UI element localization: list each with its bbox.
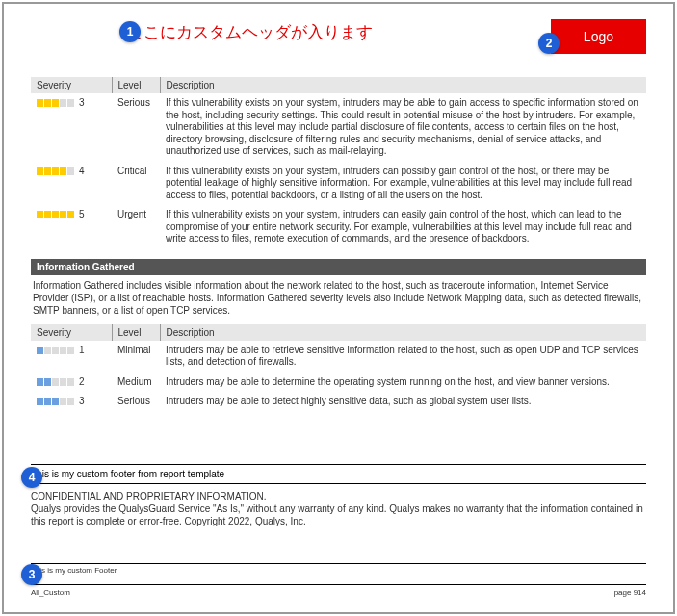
- severity-cell: 1: [31, 341, 112, 372]
- custom-footer-template: This is my custom footer from report tem…: [31, 464, 646, 484]
- severity-cell: 5: [31, 205, 112, 249]
- level-cell: Urgent: [112, 205, 160, 249]
- col-description: Description: [160, 77, 646, 93]
- footer-left: All_Custom: [31, 588, 70, 597]
- col-severity: Severity: [31, 324, 112, 341]
- table-row: 1MinimalIntruders may be able to retriev…: [31, 341, 646, 372]
- confidential-title: CONFIDENTIAL AND PROPRIETARY INFORMATION…: [31, 490, 646, 502]
- level-cell: Critical: [112, 162, 160, 206]
- severity-number: 5: [79, 209, 85, 219]
- severity-table-vuln: Severity Level Description 3SeriousIf th…: [31, 77, 646, 249]
- custom-footer-small: This is my custom Footer: [31, 563, 646, 575]
- severity-number: 4: [79, 166, 85, 176]
- severity-cell: 2: [31, 372, 112, 393]
- description-cell: Intruders may be able to detect highly s…: [160, 392, 646, 412]
- severity-cell: 3: [31, 392, 112, 412]
- footer-right: page 914: [614, 588, 646, 597]
- level-cell: Minimal: [112, 341, 160, 372]
- callout-2: 2: [538, 33, 560, 54]
- col-severity: Severity: [31, 77, 112, 93]
- callout-3: 3: [21, 564, 42, 585]
- col-level: Level: [112, 324, 160, 341]
- page-footer: This is my custom Footer All_Custom page…: [31, 563, 646, 597]
- table-row: 5UrgentIf this vulnerability exists on y…: [31, 205, 646, 249]
- description-cell: If this vulnerability exists on your sys…: [160, 162, 646, 206]
- col-level: Level: [112, 77, 160, 93]
- severity-number: 1: [79, 345, 85, 355]
- description-cell: Intruders may be able to retrieve sensit…: [160, 341, 646, 372]
- table-row: 3SeriousIntruders may be able to detect …: [31, 392, 646, 412]
- footer-block: This is my custom footer from report tem…: [31, 464, 646, 527]
- table-row: 4CriticalIf this vulnerability exists on…: [31, 162, 646, 206]
- custom-header-text: ここにカスタムヘッダが入ります: [127, 21, 373, 43]
- level-cell: Serious: [112, 93, 160, 162]
- severity-number: 2: [79, 376, 85, 387]
- level-cell: Medium: [112, 372, 160, 393]
- description-cell: If this vulnerability exists on your sys…: [160, 205, 646, 249]
- table-row: 2MediumIntruders may be able to determin…: [31, 372, 646, 393]
- callout-4: 4: [21, 467, 42, 488]
- severity-number: 3: [79, 396, 85, 406]
- severity-number: 3: [79, 97, 85, 108]
- confidential-body: Qualys provides the QualysGuard Service …: [31, 502, 646, 527]
- logo-badge: Logo: [551, 19, 646, 54]
- table-row: 3SeriousIf this vulnerability exists on …: [31, 93, 646, 162]
- callout-1: 1: [119, 21, 141, 42]
- severity-cell: 3: [31, 93, 112, 162]
- section-title-info-gathered: Information Gathered: [31, 259, 646, 275]
- description-cell: Intruders may be able to determine the o…: [160, 372, 646, 393]
- severity-table-info: Severity Level Description 1MinimalIntru…: [31, 324, 646, 412]
- description-cell: If this vulnerability exists on your sys…: [160, 93, 646, 162]
- severity-cell: 4: [31, 162, 112, 206]
- section-desc-info-gathered: Information Gathered includes visible in…: [31, 275, 646, 324]
- level-cell: Serious: [112, 392, 160, 412]
- col-description: Description: [160, 324, 646, 341]
